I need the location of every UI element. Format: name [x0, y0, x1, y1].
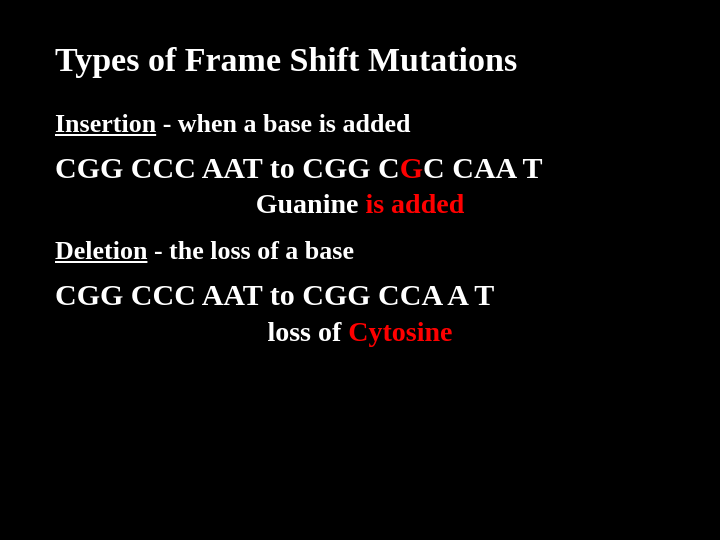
deletion-subtitle: - the loss of a base	[147, 236, 354, 265]
slide-title: Types of Frame Shift Mutations	[55, 40, 665, 81]
insertion-dna-red: G	[400, 151, 423, 184]
cytosine-red: Cytosine	[348, 316, 452, 347]
insertion-dna-before: CGG CCC AAT to CGG C	[55, 151, 400, 184]
deletion-section: Deletion - the loss of a base	[55, 236, 665, 266]
slide-container: Types of Frame Shift Mutations Insertion…	[0, 0, 720, 540]
guanine-red: is added	[358, 188, 464, 219]
insertion-section: Insertion - when a base is added	[55, 109, 665, 139]
guanine-white: Guanine	[256, 188, 359, 219]
insertion-dna-after: C CAA T	[423, 151, 542, 184]
guanine-line: Guanine is added	[55, 188, 665, 220]
insertion-heading: Insertion	[55, 109, 156, 138]
deletion-dna-line: CGG CCC AAT to CGG CCA A T	[55, 276, 665, 314]
insertion-subtitle: - when a base is added	[156, 109, 410, 138]
cytosine-white: loss of	[267, 316, 348, 347]
insertion-dna-line: CGG CCC AAT to CGG CGC CAA T	[55, 149, 665, 187]
cytosine-line: loss of Cytosine	[55, 316, 665, 348]
deletion-heading: Deletion	[55, 236, 147, 265]
